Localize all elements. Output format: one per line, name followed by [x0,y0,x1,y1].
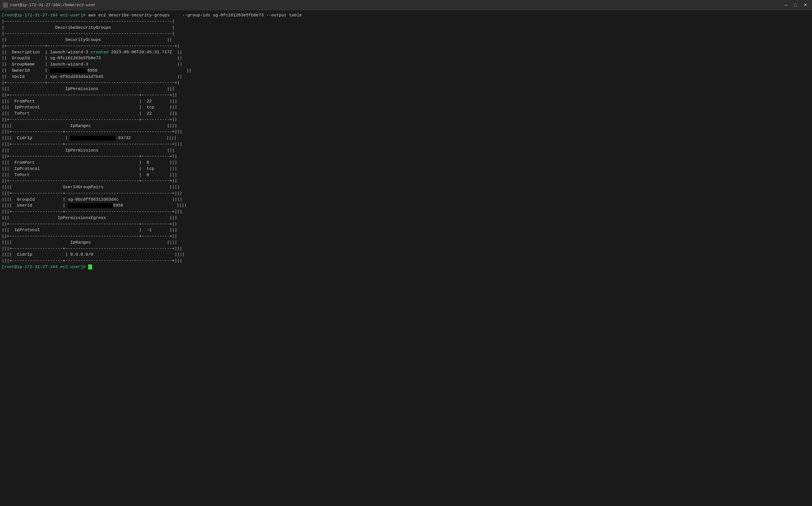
row-toport-1: ||| ToPort | 22 ||| [0,111,812,117]
row-ipprotocol-1: ||| IpProtocol | tcp ||| [0,104,812,111]
row-toport-2: ||| ToPort | 0 ||| [0,172,812,178]
ip-border-2: ||+-------------------------------------… [0,117,812,123]
section-ippermissionsegress: ||| IpPermissionsEgress ||| [0,215,812,221]
ip-border-1: ||+-------------------------------------… [0,92,812,98]
table-inner-border-1: |+---------------+----------------------… [0,43,812,50]
row-egress-ipprotocol: ||| IpProtocol | -1 ||| [0,227,812,233]
egress-border-1: ||+-------------------------------------… [0,221,812,228]
close-button[interactable]: ✕ [801,1,809,9]
table-border-2: |---------------------------------------… [0,31,812,37]
ipranges-border-1: |||+--------------------+---------------… [0,129,812,135]
row-ugp-userid: |||| UserId | REDACTED8956 |||| [0,202,812,209]
row-cidrip-2: |||| CidrIp | 0.0.0.0/0 |||| [0,252,812,258]
row-ugp-groupid: |||| GroupId | sg-0bcdff86313303d4c |||| [0,197,812,203]
section-ippermissions-1: ||| IpPermissions ||| [0,86,812,92]
row-groupid: || GroupId | sg-0fc161263e5fb0e73 || [0,55,812,62]
row-vpcid: || VpcId | vpc-0f91d283d4a1d7b45 || [0,74,812,80]
row-groupname: || GroupName | launch-wizard-3 || [0,62,812,68]
prompt-line[interactable]: [root@ip-172-31-27-104 ec2-user]# [0,264,812,270]
table-title-describe: | DescribeSecurityGroups | [0,25,812,31]
cursor [88,264,92,269]
ip-border-3: ||+-------------------------------------… [0,154,812,160]
section-useridgrouppairs: |||| UserIdGroupPairs |||| [0,184,812,190]
row-cidrip-1: |||| CidrIp | REDACTED.93/32 |||| [0,135,812,141]
window-title: root@ip-172-31-27-104:/home/ec2-user [10,3,95,7]
row-ipprotocol-2: ||| IpProtocol | tcp ||| [0,166,812,172]
egress-border-2: ||+-------------------------------------… [0,233,812,240]
ugp-border-2: |||+--------------------+---------------… [0,209,812,215]
minimize-button[interactable]: ─ [782,1,790,9]
section-ipranges-2: |||| IpRanges |||| [0,240,812,246]
title-bar: root@ip-172-31-27-104:/home/ec2-user ─ □… [0,0,812,10]
title-bar-left: root@ip-172-31-27-104:/home/ec2-user [3,3,95,8]
row-fromport-2: ||| FromPort | 0 ||| [0,160,812,166]
command-line: [root@ip-172-31-27-104 ec2-user]# aws ec… [0,12,812,19]
terminal-icon [3,3,8,8]
row-fromport-1: ||| FromPort | 22 ||| [0,98,812,105]
table-border-top: |---------------------------------------… [0,19,812,25]
section-ippermissions-2: ||| IpPermissions ||| [0,148,812,154]
maximize-button[interactable]: □ [792,1,800,9]
section-ipranges-1: |||| IpRanges |||| [0,123,812,129]
ipranges-border-3: |||+--------------------+---------------… [0,246,812,252]
table-inner-border-2: |+---------------+----------------------… [0,80,812,86]
title-bar-controls: ─ □ ✕ [782,1,809,9]
ip-border-4: ||+-------------------------------------… [0,178,812,184]
ipranges-border-2: |||+--------------------+---------------… [0,141,812,148]
row-ownerid: || OwnerId | REDACTED8956 || [0,68,812,74]
table-section-security: || SecurityGroups || [0,37,812,43]
ugp-border-1: |||+--------------------+---------------… [0,190,812,197]
ipranges-border-4: |||+--------------------+---------------… [0,258,812,264]
row-description: || Description | launch-wizard-3 created… [0,50,812,56]
terminal-window[interactable]: [root@ip-172-31-27-104 ec2-user]# aws ec… [0,10,812,506]
